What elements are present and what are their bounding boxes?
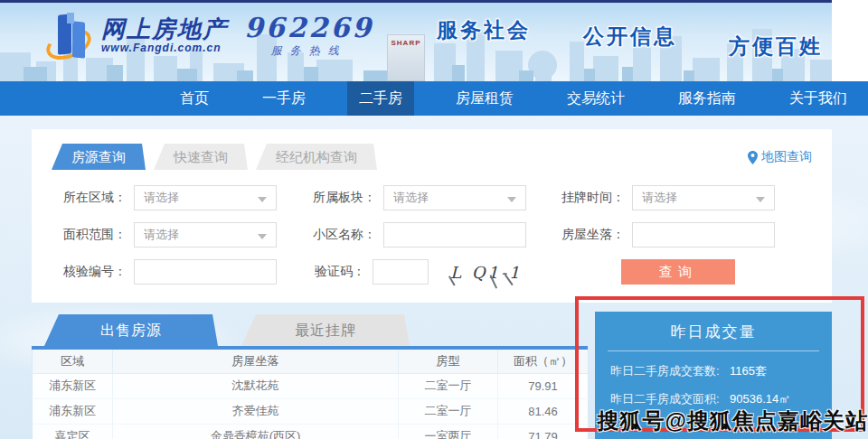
logo-building-icon: [47, 13, 94, 65]
tab-quick-search[interactable]: 快速查询: [154, 144, 248, 170]
cell-area: 嘉定区: [33, 424, 113, 439]
listing-time-label: 挂牌时间：: [561, 190, 625, 206]
listing-time-field: 挂牌时间： 请选择: [561, 185, 775, 210]
search-tabs: 房源查询 快速查询 经纪机构查询: [52, 144, 385, 170]
logo-url: www.Fangdi.com.cn: [101, 42, 228, 54]
house-location-label: 房屋坐落：: [561, 227, 625, 243]
top-border-line: [0, 0, 832, 3]
chevron-down-icon: [258, 197, 267, 202]
sharp-building-graphic: SHARP: [387, 34, 425, 81]
community-name-field: 小区名称：: [313, 222, 526, 248]
region-label: 所在区域：: [63, 190, 127, 206]
cell-location: 金鼎香樟苑(西区): [113, 424, 399, 439]
captcha-field: 验证码： L Q1-1: [315, 259, 522, 285]
slogan-serve-society: 服务社会: [437, 16, 531, 44]
hotline: 962269 服务热线: [244, 14, 373, 59]
site-logo[interactable]: 网上房地产 www.Fangdi.com.cn 962269 服务热线: [47, 13, 373, 65]
slogan-convenience: 方便百姓: [729, 33, 823, 61]
map-search-label: 地图查询: [761, 149, 812, 165]
captcha-image[interactable]: L Q1-1: [450, 263, 522, 282]
listing-tabs: 出售房源 最近挂牌: [32, 314, 410, 346]
cell-type: 二室一厅: [399, 398, 498, 424]
plate-select[interactable]: 请选择: [383, 185, 526, 210]
cell-type: 二室一厅: [399, 373, 498, 398]
area-range-field: 面积范围： 请选择: [63, 222, 277, 248]
tab-agency-search[interactable]: 经纪机构查询: [256, 144, 377, 170]
watermark: 搜狐号@搜狐焦点嘉峪关站: [598, 406, 868, 435]
stat-value: 1165套: [730, 363, 767, 379]
slogan-open-information: 公开信息: [583, 23, 677, 51]
area-range-label: 面积范围：: [63, 227, 127, 243]
nav-item-statistics[interactable]: 交易统计: [555, 81, 637, 116]
community-name-input[interactable]: [383, 222, 526, 248]
stat-value: 90536.14㎡: [730, 391, 790, 407]
cell-location: 齐爱佳苑: [113, 398, 399, 424]
captcha-input[interactable]: [373, 259, 429, 285]
nav-item-about[interactable]: 关于我们: [778, 81, 859, 116]
header-area: 区域: [33, 350, 113, 373]
main-nav: 首页 一手房 二手房 房屋租赁 交易统计 服务指南 关于我们: [0, 81, 868, 116]
table-row[interactable]: 浦东新区 沈默花苑 二室一厅 79.91: [33, 373, 589, 398]
logo-title: 网上房地产: [101, 16, 228, 42]
captcha-label: 验证码：: [315, 264, 365, 280]
map-search-link[interactable]: 地图查询: [748, 149, 812, 165]
map-pin-icon: [748, 151, 758, 164]
tab-recently-listed[interactable]: 最近挂牌: [241, 314, 410, 346]
header-type: 房型: [399, 350, 498, 373]
cell-type: 一室两厅: [399, 424, 498, 439]
area-range-select[interactable]: 请选择: [134, 222, 277, 248]
table-row[interactable]: 浦东新区 齐爱佳苑 二室一厅 81.46: [33, 398, 589, 424]
header-size: 面积（㎡）: [498, 350, 589, 373]
verification-no-field: 核验编号：: [63, 259, 277, 285]
listing-table: 区域 房屋坐落 房型 面积（㎡） 浦东新区 沈默花苑 二室一厅 79.91 浦东…: [32, 350, 589, 439]
region-field: 所在区域： 请选择: [63, 185, 277, 210]
header-banner: 网上房地产 www.Fangdi.com.cn 962269 服务热线 SHAR…: [0, 0, 832, 81]
table-header-row: 区域 房屋坐落 房型 面积（㎡）: [33, 350, 589, 373]
house-location-input[interactable]: [632, 222, 775, 248]
plate-label: 所属板块：: [313, 190, 376, 206]
nav-item-second-hand[interactable]: 二手房: [347, 81, 414, 116]
stat-label: 昨日二手房成交面积:: [610, 391, 726, 407]
plate-field: 所属板块： 请选择: [313, 185, 526, 210]
house-location-field: 房屋坐落：: [561, 222, 775, 248]
cell-location: 沈默花苑: [113, 373, 399, 398]
tab-for-sale[interactable]: 出售房源: [44, 314, 218, 346]
cell-area: 浦东新区: [33, 373, 113, 398]
panel-divider: [608, 350, 819, 351]
header-location: 房屋坐落: [113, 350, 399, 373]
verification-no-label: 核验编号：: [63, 264, 127, 280]
panel-title: 昨日成交量: [595, 322, 832, 342]
hotline-label: 服务热线: [271, 43, 347, 59]
cell-area: 浦东新区: [33, 398, 113, 424]
query-button[interactable]: 查询: [621, 259, 735, 285]
cell-size: 81.46: [498, 398, 589, 424]
nav-item-service-guide[interactable]: 服务指南: [666, 81, 748, 116]
search-card: 房源查询 快速查询 经纪机构查询 地图查询 所在区域： 请选择 所属板块： 请选…: [32, 129, 832, 303]
listing-time-select[interactable]: 请选择: [632, 185, 775, 210]
stat-label: 昨日二手房成交套数:: [610, 363, 726, 379]
tab-listing-search[interactable]: 房源查询: [52, 144, 146, 170]
sharp-sign: SHARP: [388, 39, 424, 47]
nav-item-home[interactable]: 首页: [168, 81, 221, 116]
verification-no-input[interactable]: [134, 259, 277, 285]
stat-deals-count: 昨日二手房成交套数: 1165套: [610, 363, 832, 379]
community-name-label: 小区名称：: [313, 227, 376, 243]
region-select[interactable]: 请选择: [134, 185, 277, 210]
chevron-down-icon: [507, 197, 516, 202]
nav-item-new-house[interactable]: 一手房: [250, 81, 317, 116]
stat-deals-area: 昨日二手房成交面积: 90536.14㎡: [610, 391, 832, 407]
table-row[interactable]: 嘉定区 金鼎香樟苑(西区) 一室两厅 71.79: [33, 424, 589, 439]
nav-item-rental[interactable]: 房屋租赁: [444, 81, 525, 116]
chevron-down-icon: [756, 197, 765, 202]
chevron-down-icon: [258, 234, 267, 239]
cell-size: 71.79: [498, 424, 589, 439]
hotline-number: 962269: [244, 14, 373, 42]
cell-size: 79.91: [498, 373, 589, 398]
